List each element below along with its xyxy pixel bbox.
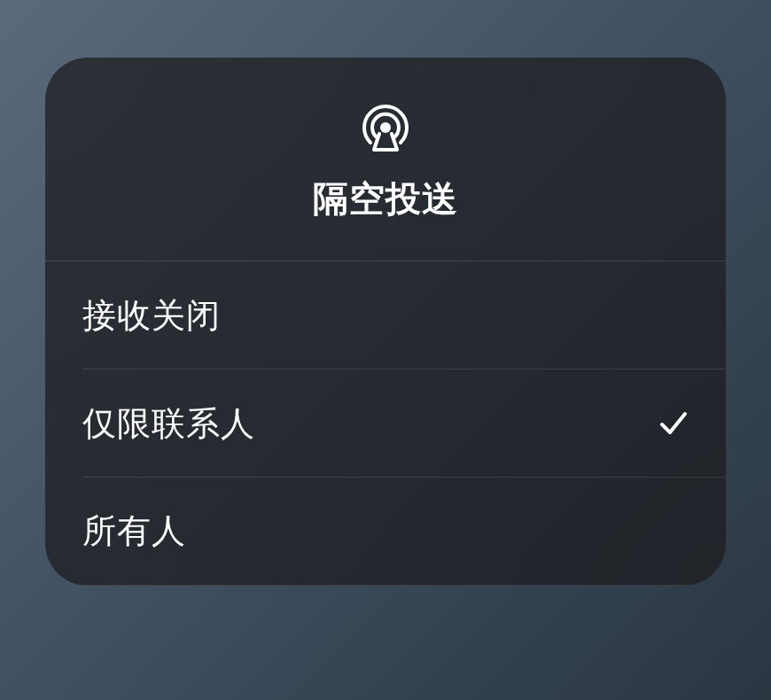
option-label: 所有人 (82, 509, 186, 554)
svg-point-0 (380, 122, 391, 133)
panel-title: 隔空投送 (313, 175, 458, 223)
airdrop-settings-panel: 隔空投送 接收关闭 仅限联系人 所有人 (45, 58, 726, 586)
checkmark-icon (658, 408, 689, 439)
option-label: 仅限联系人 (82, 401, 255, 447)
option-receiving-off[interactable]: 接收关闭 (45, 261, 726, 369)
option-contacts-only[interactable]: 仅限联系人 (45, 369, 726, 478)
option-label: 接收关闭 (82, 293, 221, 338)
options-list: 接收关闭 仅限联系人 所有人 (45, 261, 726, 586)
airdrop-icon (358, 100, 413, 155)
option-everyone[interactable]: 所有人 (45, 478, 726, 586)
panel-header: 隔空投送 (45, 58, 726, 261)
